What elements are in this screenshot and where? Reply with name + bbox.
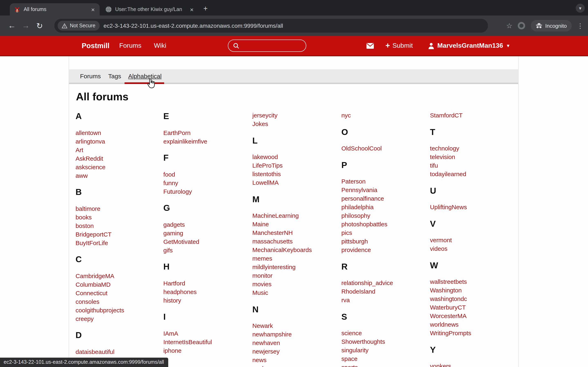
forum-link[interactable]: newhampshire (252, 330, 341, 338)
forum-link[interactable]: tifu (430, 161, 512, 170)
forum-link[interactable]: BridgeportCT (76, 230, 163, 238)
forum-link[interactable]: yonkers (430, 362, 512, 367)
forum-link[interactable]: WorcesterMA (430, 312, 512, 320)
forum-link[interactable]: GetMotivated (163, 237, 252, 246)
forum-link[interactable]: worldnews (430, 320, 512, 329)
forum-link[interactable]: space (341, 354, 430, 363)
forum-link[interactable]: Connecticut (76, 289, 163, 297)
browser-tab-all-forums[interactable]: All forums × (10, 3, 100, 16)
forum-link[interactable]: arlingtonva (76, 137, 163, 145)
forum-link[interactable]: WaterburyCT (430, 303, 512, 312)
nav-forums-link[interactable]: Forums (119, 36, 141, 55)
forum-link[interactable]: RhodeIsland (341, 287, 430, 296)
forum-link[interactable]: Newark (252, 321, 341, 330)
forum-link[interactable]: ColumbiaMD (76, 280, 163, 289)
forum-link[interactable]: headphones (163, 287, 252, 296)
forum-link[interactable]: news (252, 356, 341, 364)
tab-alphabetical[interactable]: Alphabetical (128, 69, 162, 83)
forum-link[interactable]: creepy (76, 314, 163, 323)
forum-link[interactable]: Maine (252, 220, 341, 228)
security-chip[interactable]: Not Secure (58, 21, 99, 31)
forward-button[interactable]: → (19, 21, 33, 30)
forum-link[interactable]: funny (163, 178, 252, 187)
address-bar[interactable]: Not Secure ec2-3-143-22-101.us-east-2.co… (54, 19, 488, 33)
forum-link[interactable]: allentown (76, 128, 163, 137)
forum-link[interactable]: aww (76, 171, 163, 180)
forum-link[interactable]: Music (252, 288, 341, 297)
forum-link[interactable]: gadgets (163, 220, 252, 229)
forum-link[interactable]: listentothis (252, 170, 341, 178)
forum-link[interactable]: UpliftingNews (430, 203, 512, 211)
forum-link[interactable]: personalfinance (341, 194, 430, 203)
brand-link[interactable]: Postmill (82, 36, 109, 55)
forum-link[interactable]: philosophy (341, 211, 430, 220)
forum-link[interactable]: OldSchoolCool (341, 144, 430, 152)
forum-link[interactable]: massachusetts (252, 237, 341, 245)
forum-link[interactable]: gaming (163, 229, 252, 237)
forum-link[interactable]: consoles (76, 297, 163, 306)
search-input[interactable] (239, 42, 298, 49)
forum-link[interactable]: baltimore (76, 204, 163, 213)
forum-link[interactable]: wallstreetbets (430, 277, 512, 286)
forum-link[interactable]: mildlyinteresting (252, 263, 341, 271)
forum-link[interactable]: StamfordCT (430, 111, 512, 119)
forum-link[interactable]: LifeProTips (252, 161, 341, 170)
forum-link[interactable]: CambridgeMA (76, 271, 163, 280)
forum-link[interactable]: photoshopbattles (341, 220, 430, 228)
tab-search-button[interactable]: ▼ (576, 4, 585, 13)
forum-link[interactable]: food (163, 170, 252, 178)
forum-link[interactable]: Hartford (163, 279, 252, 287)
forum-link[interactable]: MachineLearning (252, 211, 341, 220)
forum-link[interactable]: history (163, 296, 252, 304)
forum-link[interactable]: iphone (163, 346, 252, 355)
forum-link[interactable]: sports (341, 363, 430, 367)
forum-link[interactable]: science (341, 329, 430, 337)
forum-link[interactable]: newhaven (252, 338, 341, 347)
forum-link[interactable]: gifs (163, 246, 252, 254)
forum-link[interactable]: videos (430, 244, 512, 253)
forum-link[interactable]: IAmA (163, 329, 252, 337)
forum-link[interactable]: nyc (341, 111, 430, 119)
forum-link[interactable]: technology (430, 144, 512, 152)
close-tab-icon[interactable]: × (189, 6, 194, 12)
forum-link[interactable]: ManchesterNH (252, 228, 341, 237)
forum-link[interactable]: monitor (252, 271, 341, 280)
forum-link[interactable]: Art (76, 145, 163, 154)
forum-link[interactable]: boston (76, 221, 163, 230)
forum-link[interactable]: Showerthoughts (341, 337, 430, 346)
close-tab-icon[interactable]: × (90, 6, 95, 12)
back-button[interactable]: ← (5, 21, 19, 30)
forum-link[interactable]: relationship_advice (341, 278, 430, 287)
forum-link[interactable]: pittsburgh (341, 237, 430, 245)
nav-wiki-link[interactable]: Wiki (154, 36, 166, 55)
browser-tab-kiwix[interactable]: User:The other Kiwix guy/Lan × (101, 3, 199, 16)
forum-link[interactable]: Futurology (163, 187, 252, 196)
forum-link[interactable]: vermont (430, 236, 512, 244)
extension-icon[interactable] (518, 22, 525, 29)
forum-link[interactable]: Jokes (252, 119, 341, 128)
forum-link[interactable]: philadelphia (341, 203, 430, 211)
forum-link[interactable]: BuyItForLife (76, 238, 163, 247)
forum-link[interactable]: LowellMA (252, 178, 341, 187)
forum-link[interactable]: Washington (430, 286, 512, 294)
forum-link[interactable]: EarthPorn (163, 128, 252, 137)
forum-link[interactable]: AskReddit (76, 154, 163, 162)
forum-link[interactable]: memes (252, 254, 341, 263)
forum-link[interactable]: television (430, 152, 512, 161)
reload-button[interactable]: ↻ (33, 21, 47, 30)
forum-link[interactable]: WritingPrompts (430, 329, 512, 337)
forum-link[interactable]: dataisbeautiful (76, 347, 163, 356)
forum-link[interactable]: nosleep (252, 364, 341, 367)
new-tab-button[interactable]: + (203, 5, 208, 12)
forum-link[interactable]: washingtondc (430, 294, 512, 303)
user-menu[interactable]: MarvelsGrantMan136 ▼ (428, 36, 510, 55)
forum-link[interactable]: movies (252, 280, 341, 288)
forum-link[interactable]: coolgithubprojects (76, 306, 163, 314)
forum-link[interactable]: rva (341, 296, 430, 304)
bookmark-star-icon[interactable]: ☆ (504, 21, 515, 30)
forum-link[interactable]: singularity (341, 346, 430, 354)
messages-button[interactable] (366, 36, 374, 55)
forum-link[interactable]: newjersey (252, 347, 341, 356)
forum-link[interactable]: jerseycity (252, 111, 341, 119)
forum-link[interactable]: InternetIsBeautiful (163, 337, 252, 346)
